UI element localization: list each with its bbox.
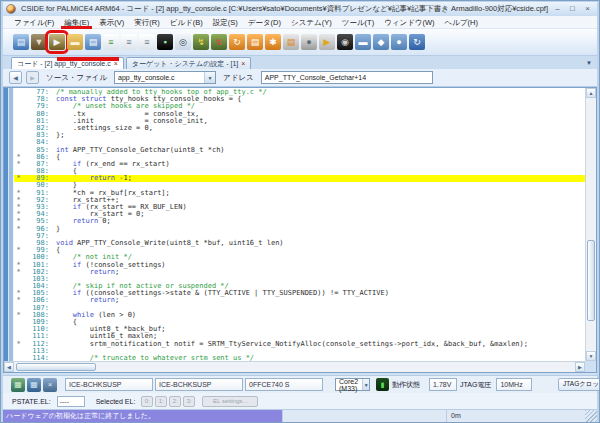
open-folder-dark-icon[interactable]: ▼ (31, 34, 47, 50)
search-icon[interactable]: ◎ (175, 34, 191, 50)
vertical-scrollbar[interactable]: ▲ ▼ (585, 88, 596, 361)
menu-item-8[interactable]: システム(Y) (286, 16, 337, 29)
menu-bar: ファイル(F)編集(E)表示(V)実行(R)ビルド(B)設定(S)データ(D)シ… (3, 16, 597, 29)
new-window-icon[interactable]: ▤ (13, 34, 29, 50)
code-line-96: *96:} (14, 226, 585, 233)
el-button-3[interactable]: 3: (183, 396, 195, 407)
core-select[interactable]: Core2 (M33) ▼ (335, 378, 370, 391)
target-grid-icon[interactable]: ▦ (11, 378, 25, 392)
breakpoint-margin[interactable] (4, 88, 14, 361)
scroll-down-icon[interactable]: ▼ (586, 351, 596, 361)
app-icon (6, 4, 16, 14)
menu-item-3[interactable]: 表示(V) (94, 16, 129, 29)
debug-status-panel: ▦▦× ICE-BCHKSUSP ICE-BCHKSUSP 0FFCE740 S… (3, 375, 597, 393)
refresh-icon[interactable]: ↻ (409, 34, 425, 50)
tab-2[interactable]: ターゲット・システムの設定 - [1]× (126, 57, 252, 69)
annotation-tab-marker (57, 57, 119, 61)
code-line-108: *108: while (len > 0) (14, 312, 585, 319)
console-icon[interactable]: ▪ (157, 34, 173, 50)
reload-doc-icon[interactable]: ▤ (247, 34, 263, 50)
menu-item-9[interactable]: ツール(T) (337, 16, 379, 29)
menu-item-5[interactable]: ビルド(B) (165, 16, 208, 29)
vertical-scroll-track[interactable] (586, 98, 596, 351)
selected-el-label: Selected EL: (96, 398, 136, 405)
code-line-106: *106: return; (14, 297, 585, 304)
address-bar: ◀ ▶ ソース・ファイル app_tty_console.c ▼ アドレス AP… (3, 69, 597, 87)
folder-file-icon[interactable]: ▤ (85, 34, 101, 50)
code-line-98: 98:void APP_TTY_Console_Write(uint8_t *b… (14, 240, 585, 247)
source-file-dropdown-icon[interactable]: ▼ (204, 72, 215, 83)
el-button-0[interactable]: 0: (141, 396, 153, 407)
tab-close-icon[interactable]: × (241, 60, 245, 67)
stop-disc-icon[interactable]: ● (301, 34, 317, 50)
minimize-button[interactable]: – (550, 3, 565, 15)
code-line-95: *95: return 0; (14, 218, 585, 225)
flash-erase-icon[interactable]: ↯ (211, 34, 227, 50)
scroll-left-icon[interactable]: ◀ (4, 362, 14, 372)
watch-list-icon[interactable]: ≡ (121, 34, 137, 50)
el-button-2[interactable]: 2: (169, 396, 181, 407)
memo-icon[interactable]: ● (391, 34, 407, 50)
tab-close-icon[interactable]: × (114, 60, 118, 67)
jtag-clock-value: 10MHz (496, 378, 532, 391)
comment-bubble-icon[interactable]: ▬ (355, 34, 371, 50)
snapshot-icon[interactable]: ◉ (337, 34, 353, 50)
source-file-label: ソース・ファイル (46, 73, 107, 83)
tab-row: コード - [2] app_tty_console.c×ターゲット・システムの設… (3, 56, 597, 69)
open-project-icon[interactable]: ▶ (49, 34, 65, 50)
menu-item-6[interactable]: 設定(S) (208, 16, 243, 29)
menu-item-1[interactable]: ファイル(F) (9, 16, 59, 29)
step-doc-icon[interactable]: ▤ (283, 34, 299, 50)
resize-grip[interactable] (585, 410, 597, 422)
run-state-label: 動作状態 (392, 380, 420, 390)
core-select-dropdown-icon[interactable]: ▼ (362, 379, 369, 390)
flash-write-icon[interactable]: ↯ (193, 34, 209, 50)
horizontal-scrollbar[interactable]: ◀ ▶ (4, 361, 585, 372)
core-select-value: Core2 (M33) (339, 378, 362, 392)
folder-icon[interactable]: ▬ (67, 34, 83, 50)
code-lines[interactable]: 77:/* manually added to tty_hooks top of… (14, 89, 585, 361)
menu-item-4[interactable]: 実行(R) (129, 16, 164, 29)
tab-list-dropdown-icon[interactable]: ▼ (586, 60, 592, 66)
window-controls: – □ × (550, 3, 595, 15)
pointer-icon[interactable]: ◆ (373, 34, 389, 50)
back-button[interactable]: ◀ (9, 71, 22, 84)
ice-status-field-1: ICE-BCHKSUSP (65, 378, 153, 391)
jtag-voltage-label: JTAG電圧 (460, 380, 491, 390)
code-editor[interactable]: 77:/* manually added to tty_hooks top of… (3, 87, 597, 373)
address-input[interactable]: APP_TTY_Console_Getchar+14 (261, 71, 433, 84)
el-settings-button[interactable]: EL settings... (202, 396, 258, 407)
source-file-select[interactable]: app_tty_console.c ▼ (114, 71, 216, 84)
vertical-scroll-thumb[interactable] (587, 240, 595, 321)
reset-icon[interactable]: ↻ (229, 34, 245, 50)
maximize-button[interactable]: □ (565, 3, 580, 15)
tab-1[interactable]: コード - [2] app_tty_console.c× (11, 57, 124, 69)
scroll-right-icon[interactable]: ▶ (575, 362, 585, 372)
app-window: CSIDE for PALMiCE4 ARM64 - コード - [2] app… (0, 0, 600, 423)
target-grid-icon-2[interactable]: ▦ (27, 378, 41, 392)
code-line-82: 82: .settings_size = 0, (14, 125, 585, 132)
horizontal-scroll-track[interactable] (14, 362, 575, 372)
step-over-icon[interactable]: ▶ (319, 34, 335, 50)
source-file-value: app_tty_console.c (118, 74, 174, 81)
horizontal-scroll-thumb[interactable] (16, 363, 96, 371)
code-line-87: *87: if (rx_end == rx_start) (14, 161, 585, 168)
run-icon[interactable]: ✱ (265, 34, 281, 50)
pstate-el-label: PSTATE.EL: (12, 398, 51, 405)
menu-item-11[interactable]: ヘルプ(H) (440, 16, 483, 29)
code-line-85: 85:int APP_TTY_Console_Getchar(uint8_t *… (14, 147, 585, 154)
menu-item-7[interactable]: データ(D) (243, 16, 286, 29)
variable-list-icon[interactable]: ≡ (139, 34, 155, 50)
jtag-clock-button[interactable]: JTAGクロック (558, 378, 600, 391)
menu-item-2[interactable]: 編集(E) (59, 16, 94, 29)
close-button[interactable]: × (580, 3, 595, 15)
address-label: アドレス (223, 73, 254, 83)
source-list-icon[interactable]: ≡ (103, 34, 119, 50)
el-button-1[interactable]: 1: (155, 396, 167, 407)
menu-item-10[interactable]: ウィンドウ(W) (379, 16, 439, 29)
disconnect-icon[interactable]: × (43, 378, 57, 392)
scroll-up-icon[interactable]: ▲ (586, 88, 596, 98)
toolbar: ▤▼▶▬▤≡≡≡▪◎↯↯↻▤✱▤●▶◉▬◆●↻ (3, 29, 597, 56)
forward-button[interactable]: ▶ (26, 71, 39, 84)
status-cell-empty (283, 410, 447, 422)
